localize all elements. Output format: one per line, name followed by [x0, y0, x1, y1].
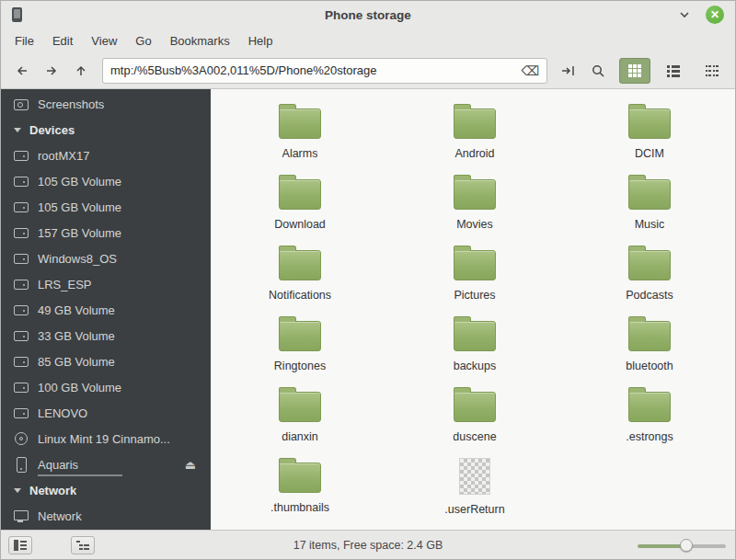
search-icon	[591, 63, 605, 78]
sidebar-section-network[interactable]: Network	[1, 477, 211, 503]
drive-icon	[14, 328, 29, 343]
toggle-location-entry-button[interactable]	[555, 58, 582, 84]
file-item-music[interactable]: Music	[581, 171, 719, 242]
sidebar-item-label: 100 GB Volume	[38, 381, 121, 394]
file-label: duscene	[453, 430, 496, 443]
forward-button[interactable]	[38, 58, 65, 84]
folder-icon	[454, 179, 496, 210]
sidebar-item-label: Screenshots	[38, 97, 104, 111]
places-panel-icon	[14, 540, 27, 551]
back-button[interactable]	[8, 58, 36, 84]
folder-icon	[454, 250, 496, 280]
sidebar-item-100-gb-volume[interactable]: 100 GB Volume	[1, 374, 211, 400]
sidebar-item-rootmx17[interactable]: rootMX17	[1, 143, 211, 168]
file-item-download[interactable]: Download	[231, 171, 369, 242]
sidebar-item-85-gb-volume[interactable]: 85 GB Volume	[1, 349, 211, 374]
menu-item-help[interactable]: Help	[240, 30, 282, 51]
file-item-backups[interactable]: backups	[406, 313, 544, 383]
file-item-alarms[interactable]: Alarms	[231, 100, 369, 171]
drive-icon	[14, 406, 29, 420]
menu-item-go[interactable]: Go	[127, 30, 159, 51]
file-manager-window: Phone storage ✕ FileEditViewGoBookmarksH…	[0, 0, 736, 560]
sidebar-item-label: Network	[38, 509, 82, 523]
file-item-pictures[interactable]: Pictures	[406, 242, 544, 313]
menu-item-file[interactable]: File	[6, 30, 42, 51]
titlebar[interactable]: Phone storage ✕	[1, 1, 735, 29]
drive-icon	[14, 354, 29, 369]
sidebar-item-33-gb-volume[interactable]: 33 GB Volume	[1, 323, 211, 349]
file-item-estrongs[interactable]: .estrongs	[581, 383, 719, 454]
chevron-down-icon	[679, 9, 690, 20]
menu-item-edit[interactable]: Edit	[44, 30, 81, 51]
file-label: Download	[274, 218, 326, 231]
sidebar: ScreenshotsDevicesrootMX17105 GB Volume1…	[1, 89, 211, 530]
icon-view-button[interactable]	[619, 58, 650, 84]
sidebar-item-105-gb-volume[interactable]: 105 GB Volume	[1, 194, 211, 220]
camera-icon	[14, 97, 29, 111]
search-button[interactable]	[584, 58, 612, 84]
file-item-podcasts[interactable]: Podcasts	[581, 242, 719, 313]
file-label: bluetooth	[626, 360, 673, 372]
phone-icon	[14, 457, 29, 472]
sidebar-item-lrs-esp[interactable]: LRS_ESP	[1, 271, 211, 297]
list-view-button[interactable]	[658, 58, 689, 84]
menu-item-bookmarks[interactable]: Bookmarks	[162, 30, 238, 51]
close-button[interactable]: ✕	[706, 6, 724, 24]
file-label: Pictures	[454, 289, 495, 302]
back-arrow-icon	[15, 63, 29, 78]
up-button[interactable]	[67, 58, 95, 84]
file-item-movies[interactable]: Movies	[406, 171, 544, 242]
zoom-slider-handle[interactable]	[680, 539, 693, 552]
sidebar-item-label: rootMX17	[38, 149, 89, 163]
drive-icon	[14, 225, 29, 240]
file-item-dianxin[interactable]: dianxin	[231, 383, 369, 454]
folder-icon	[279, 463, 321, 493]
show-places-toggle[interactable]	[8, 536, 32, 554]
sidebar-section-devices[interactable]: Devices	[1, 117, 211, 143]
sidebar-item-label: 49 GB Volume	[38, 303, 115, 317]
minimize-button[interactable]	[678, 8, 691, 21]
folder-icon	[279, 321, 321, 351]
sidebar-item-label: 105 GB Volume	[38, 175, 121, 189]
window-title: Phone storage	[1, 8, 735, 22]
file-view[interactable]: AlarmsAndroidDCIMDownloadMoviesMusicNoti…	[211, 89, 735, 530]
sidebar-item-49-gb-volume[interactable]: 49 GB Volume	[1, 297, 211, 323]
sidebar-item-label: LRS_ESP	[38, 278, 92, 291]
sidebar-item-network[interactable]: Network	[1, 503, 211, 529]
sidebar-list: ScreenshotsDevicesrootMX17105 GB Volume1…	[1, 91, 211, 529]
sidebar-item-aquaris[interactable]: Aquaris⏏	[1, 451, 211, 477]
sidebar-item-linux-mint-19-cinnamo[interactable]: Linux Mint 19 Cinnamo...	[1, 426, 211, 451]
folder-icon	[628, 109, 671, 139]
file-item-thumbnails[interactable]: .thumbnails	[231, 454, 369, 525]
file-label: Android	[454, 147, 494, 160]
file-item-duscene[interactable]: duscene	[406, 383, 544, 454]
sidebar-item-screenshots[interactable]: Screenshots	[1, 91, 211, 117]
compact-view-button[interactable]	[696, 58, 728, 84]
file-label: .estrongs	[626, 430, 673, 443]
location-bar[interactable]: ⌫	[102, 58, 547, 84]
menu-item-view[interactable]: View	[83, 30, 125, 51]
show-treeview-toggle[interactable]	[71, 536, 95, 554]
file-item-userreturn[interactable]: .userReturn	[406, 454, 544, 525]
sidebar-section-label: Network	[29, 484, 76, 497]
file-label: .thumbnails	[270, 501, 329, 514]
drive-icon	[14, 200, 29, 214]
sidebar-item-label: Windows8_OS	[38, 252, 117, 266]
menubar: FileEditViewGoBookmarksHelp	[1, 29, 735, 52]
file-item-android[interactable]: Android	[406, 100, 544, 171]
file-item-ringtones[interactable]: Ringtones	[231, 313, 369, 383]
arrow-to-bar-icon	[561, 63, 576, 78]
eject-icon[interactable]: ⏏	[185, 458, 196, 472]
collapse-triangle-icon	[14, 128, 21, 132]
sidebar-item-157-gb-volume[interactable]: 157 GB Volume	[1, 220, 211, 246]
file-item-dcim[interactable]: DCIM	[581, 100, 719, 171]
location-input[interactable]	[110, 63, 515, 77]
clear-location-icon[interactable]: ⌫	[521, 64, 539, 77]
file-item-notifications[interactable]: Notifications	[231, 242, 369, 313]
file-item-bluetooth[interactable]: bluetooth	[581, 313, 719, 383]
zoom-slider[interactable]	[638, 538, 726, 553]
folder-icon	[279, 179, 321, 210]
sidebar-item-105-gb-volume[interactable]: 105 GB Volume	[1, 168, 211, 194]
sidebar-item-windows8-os[interactable]: Windows8_OS	[1, 246, 211, 271]
sidebar-item-lenovo[interactable]: LENOVO	[1, 400, 211, 426]
